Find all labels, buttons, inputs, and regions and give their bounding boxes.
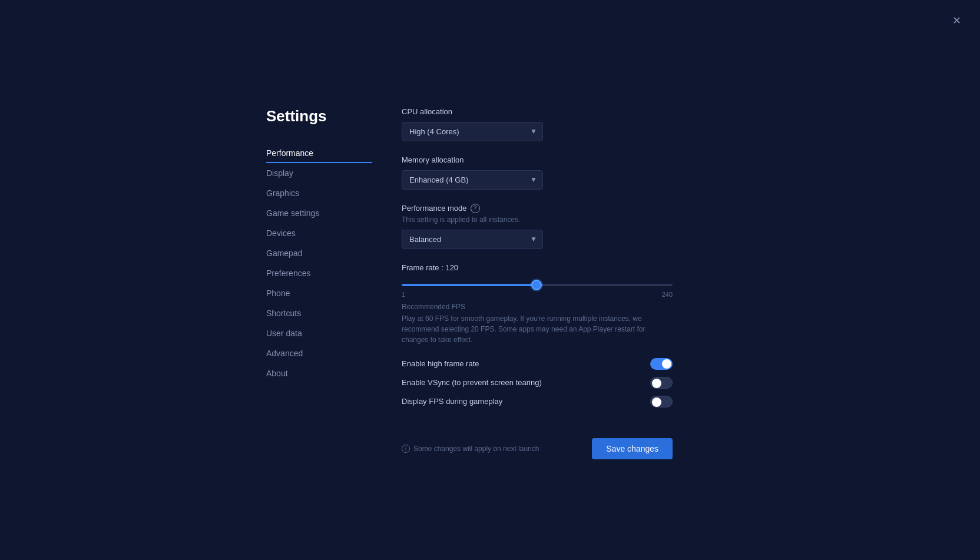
toggle-row-display-fps: Display FPS during gameplay [402,392,673,411]
performance-mode-hint: This setting is applied to all instances… [402,216,714,224]
sidebar-item-game-settings[interactable]: Game settings [266,203,372,223]
toggles-container: Enable high frame rate Enable VSync (to … [402,354,714,411]
recommended-fps-desc: Play at 60 FPS for smooth gameplay. If y… [402,313,673,345]
settings-container: Settings Performance Display Graphics Ga… [266,101,714,459]
toggle-display-fps[interactable] [650,396,673,407]
toggle-row-vsync: Enable VSync (to prevent screen tearing) [402,373,673,392]
toggle-label-high-frame-rate: Enable high frame rate [402,359,479,368]
sidebar-item-user-data[interactable]: User data [266,323,372,343]
memory-allocation-wrapper: Low (1 GB) Standard (2 GB) Enhanced (4 G… [402,170,543,190]
footer-note-text: Some changes will apply on next launch [413,445,539,453]
main-content: CPU allocation Low (1 Core) Medium (2 Co… [372,101,714,459]
performance-mode-wrapper: Power saving Balanced High performance ▼ [402,230,543,249]
frame-rate-slider[interactable] [402,284,673,286]
frame-rate-section: Frame rate : 120 1 240 Recommended FPS P… [402,263,714,345]
sidebar-item-performance[interactable]: Performance [266,143,372,163]
cpu-allocation-label: CPU allocation [402,107,714,116]
toggle-thumb-display-fps [652,397,661,407]
toggle-thumb-vsync [652,379,661,388]
toggle-vsync[interactable] [650,377,673,389]
slider-range: 1 240 [402,291,673,298]
performance-mode-label-row: Performance mode ? [402,204,714,213]
performance-mode-help-icon[interactable]: ? [471,204,480,213]
cpu-allocation-section: CPU allocation Low (1 Core) Medium (2 Co… [402,107,714,141]
slider-min: 1 [402,291,405,298]
sidebar-nav: Performance Display Graphics Game settin… [266,143,372,383]
sidebar-item-devices[interactable]: Devices [266,223,372,243]
cpu-allocation-select[interactable]: Low (1 Core) Medium (2 Cores) High (4 Co… [402,122,543,141]
memory-allocation-select[interactable]: Low (1 GB) Standard (2 GB) Enhanced (4 G… [402,170,543,190]
sidebar-item-about[interactable]: About [266,363,372,383]
memory-allocation-section: Memory allocation Low (1 GB) Standard (2… [402,155,714,190]
sidebar-item-advanced[interactable]: Advanced [266,343,372,363]
sidebar-item-shortcuts[interactable]: Shortcuts [266,303,372,323]
save-changes-button[interactable]: Save changes [592,438,673,459]
sidebar-item-graphics[interactable]: Graphics [266,183,372,203]
info-icon: i [402,445,410,453]
footer-note: i Some changes will apply on next launch [402,445,539,453]
toggle-row-high-frame-rate: Enable high frame rate [402,354,673,373]
sidebar-item-display[interactable]: Display [266,163,372,183]
page-title: Settings [266,107,372,125]
memory-allocation-label: Memory allocation [402,155,714,164]
toggle-high-frame-rate[interactable] [650,358,673,370]
performance-mode-section: Performance mode ? This setting is appli… [402,204,714,249]
toggle-track-display-fps [650,396,673,407]
performance-mode-select[interactable]: Power saving Balanced High performance [402,230,543,249]
sidebar-item-gamepad[interactable]: Gamepad [266,243,372,263]
performance-mode-label-text: Performance mode [402,204,467,213]
slider-max: 240 [662,291,673,298]
sidebar-item-preferences[interactable]: Preferences [266,263,372,283]
close-button[interactable]: ✕ [948,12,966,29]
recommended-fps-title: Recommended FPS [402,303,714,311]
toggle-track-high-frame-rate [650,358,673,370]
sidebar-item-phone[interactable]: Phone [266,283,372,303]
toggle-label-vsync: Enable VSync (to prevent screen tearing) [402,378,542,387]
frame-rate-label: Frame rate : 120 [402,263,714,272]
footer: i Some changes will apply on next launch… [402,429,673,459]
toggle-track-vsync [650,377,673,389]
cpu-allocation-wrapper: Low (1 Core) Medium (2 Cores) High (4 Co… [402,122,543,141]
sidebar: Settings Performance Display Graphics Ga… [266,101,372,459]
toggle-label-display-fps: Display FPS during gameplay [402,397,502,406]
frame-rate-slider-wrapper: 1 240 [402,278,673,298]
toggle-thumb-high-frame-rate [662,359,671,369]
